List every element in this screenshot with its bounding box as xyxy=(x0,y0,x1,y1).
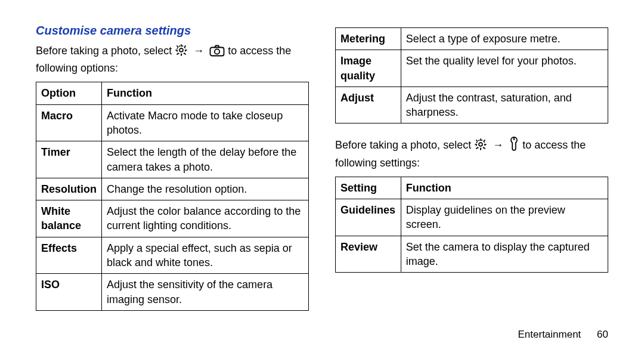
option-desc: Select a type of exposure metre. xyxy=(401,28,608,50)
option-desc: Adjust the contrast, saturation, and sha… xyxy=(401,87,608,123)
header-function: Function xyxy=(401,177,608,199)
intro-1-text-pre: Before taking a photo, select xyxy=(36,45,175,57)
intro-2-text-pre: Before taking a photo, select xyxy=(335,139,474,151)
option-name: Resolution xyxy=(36,178,102,200)
section-title: Customise camera settings xyxy=(36,24,309,38)
gear-icon xyxy=(175,44,188,61)
option-desc: Adjust the color balance according to th… xyxy=(102,200,309,237)
table-row: Image quality Set the quality level for … xyxy=(336,50,608,87)
table-row: White balance Adjust the color balance a… xyxy=(36,200,309,237)
option-name: Image quality xyxy=(336,50,401,87)
camera-icon xyxy=(209,45,225,61)
option-name: Effects xyxy=(36,237,102,274)
options-table: Option Function Macro Activate Macro mod… xyxy=(36,82,309,311)
table-row: Metering Select a type of exposure metre… xyxy=(336,28,608,50)
header-function: Function xyxy=(102,82,309,104)
option-name: ISO xyxy=(36,274,102,311)
option-name: Adjust xyxy=(336,87,401,123)
option-desc: Select the length of the delay before th… xyxy=(102,141,309,178)
setting-desc: Set the camera to display the captured i… xyxy=(401,236,608,273)
svg-point-3 xyxy=(215,49,219,54)
table-row: Review Set the camera to display the cap… xyxy=(336,236,608,273)
gear-icon xyxy=(474,138,487,155)
table-row: Effects Apply a special effect, such as … xyxy=(36,237,309,274)
table-row: Adjust Adjust the contrast, saturation, … xyxy=(336,87,608,123)
svg-point-4 xyxy=(479,143,482,147)
wrench-icon xyxy=(509,137,519,155)
right-column: Metering Select a type of exposure metre… xyxy=(322,24,626,337)
options-table-cont: Metering Select a type of exposure metre… xyxy=(335,27,608,123)
footer-page-number: 60 xyxy=(597,329,608,340)
option-desc: Apply a special effect, such as sepia or… xyxy=(102,237,309,274)
settings-table: Setting Function Guidelines Display guid… xyxy=(335,177,608,273)
left-column: Customise camera settings Before taking … xyxy=(18,24,322,337)
option-name: Macro xyxy=(36,104,102,141)
intro-1: Before taking a photo, select → to acces… xyxy=(36,44,309,76)
table-row: Macro Activate Macro mode to take closeu… xyxy=(36,104,309,141)
option-name: Timer xyxy=(36,141,102,178)
setting-desc: Display guidelines on the preview screen… xyxy=(401,199,608,236)
table-row: ISO Adjust the sensitivity of the camera… xyxy=(36,274,309,311)
table-header: Option Function xyxy=(36,82,309,104)
setting-name: Guidelines xyxy=(336,199,401,236)
option-desc: Activate Macro mode to take closeup phot… xyxy=(102,104,309,141)
table-row: Timer Select the length of the delay bef… xyxy=(36,141,309,178)
svg-point-0 xyxy=(179,48,183,52)
table-row: Resolution Change the resolution option. xyxy=(36,178,309,200)
option-desc: Adjust the sensitivity of the camera ima… xyxy=(102,274,309,311)
header-setting: Setting xyxy=(336,177,401,199)
table-header: Setting Function xyxy=(336,177,608,199)
option-name: Metering xyxy=(336,28,401,50)
setting-name: Review xyxy=(336,236,401,273)
option-desc: Set the quality level for your photos. xyxy=(401,50,608,87)
intro-2: Before taking a photo, select → to acces… xyxy=(335,137,608,170)
header-option: Option xyxy=(36,82,102,104)
page: Customise camera settings Before taking … xyxy=(0,0,644,349)
table-row: Guidelines Display guidelines on the pre… xyxy=(336,199,608,236)
footer-section: Entertainment xyxy=(518,329,581,340)
arrow-icon: → xyxy=(193,45,207,57)
option-name: White balance xyxy=(36,200,102,237)
page-footer: Entertainment 60 xyxy=(518,329,609,341)
option-desc: Change the resolution option. xyxy=(102,178,309,200)
arrow-icon: → xyxy=(493,139,506,151)
